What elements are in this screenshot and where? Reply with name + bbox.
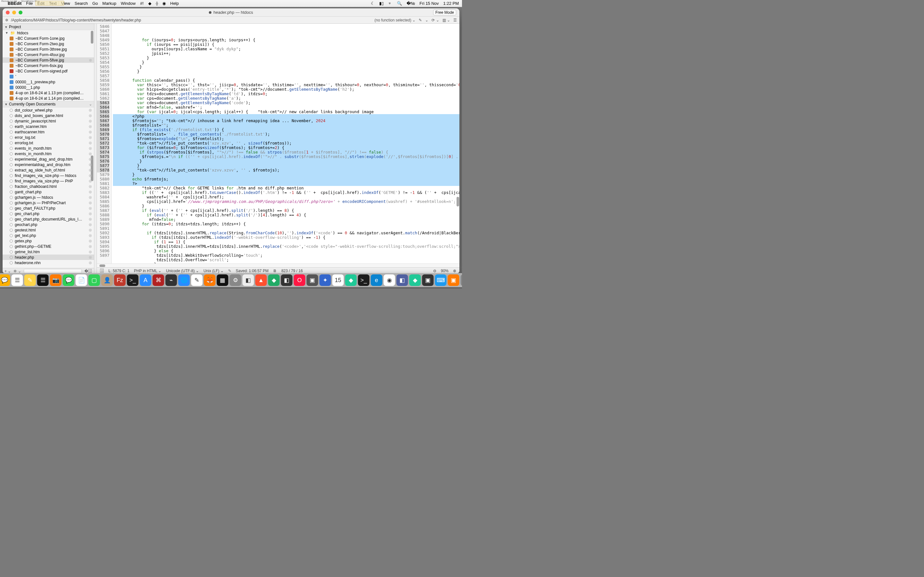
dock-item-xcode[interactable]: ⌨ — [435, 274, 447, 286]
code-line[interactable]: $fromtos=explode("\n", $fromtolist); — [113, 137, 459, 141]
code-line[interactable]: "tok-cmt">// Check for GETME links for .… — [113, 186, 459, 190]
code-line[interactable]: tdzs[itdzs].WebkitOverflowScrolling='tou… — [113, 253, 459, 258]
zoom-level[interactable]: 90% — [441, 269, 449, 273]
open-docs-section-header[interactable]: ▼ Currently Open Documents ⌄ — [3, 101, 94, 107]
dock-item-textedit[interactable]: 📄 — [76, 274, 87, 286]
code-line[interactable]: "tok-cmt">//file_put_contents('xzvv.xzvv… — [113, 168, 459, 172]
disclosure-triangle-icon[interactable]: ▼ — [5, 25, 8, 29]
action-button[interactable]: ✲ ⌄ — [13, 269, 21, 274]
close-icon[interactable]: ⊗ — [89, 58, 92, 63]
close-icon[interactable]: ⊗ — [89, 162, 92, 167]
menu-scripts[interactable]: #! — [140, 1, 144, 6]
dock-item-photobooth[interactable]: 📷 — [50, 274, 61, 286]
code-line[interactable]: mfnd=false; — [113, 218, 459, 222]
code-line[interactable]: for (itdzs=0; itdzs<tdzs.length; itdzs++… — [113, 222, 459, 226]
code-line[interactable]: $fromtojs.="\n if (('' + cps[ijcal].href… — [113, 155, 459, 159]
menu-markup[interactable]: Markup — [102, 1, 116, 6]
code-line[interactable]: "tok-cmt">//file_put_contents('xzv.xzv',… — [113, 141, 459, 145]
line-number[interactable]: 5859 — [97, 83, 110, 87]
dock-item-notes[interactable]: ✎ — [24, 274, 36, 286]
line-number[interactable]: 5891 — [97, 226, 110, 231]
battery-icon[interactable]: ▮▯ — [379, 1, 384, 6]
gear-icon[interactable]: ✲ — [5, 18, 8, 23]
line-number[interactable]: 5847 — [97, 29, 110, 33]
line-number[interactable]: 5889 — [97, 218, 110, 222]
code-line[interactable]: for (iourps=0; iourps<ourps.length; iour… — [113, 38, 459, 42]
code-line[interactable]: washref=('' + cps[ijcal].href); — [113, 195, 459, 199]
stats-label[interactable]: 823 / 79 / 16 — [281, 269, 303, 273]
code-area[interactable]: for (iourps=0; iourps<ourps.length; iour… — [111, 24, 459, 263]
line-number[interactable]: 5873 — [97, 145, 110, 150]
split-icon[interactable]: ▥ ⌄ — [443, 18, 450, 23]
line-number[interactable]: 5890 — [97, 222, 110, 226]
close-icon[interactable]: ⊗ — [89, 255, 92, 259]
open-doc-item[interactable]: events_in_month.htm⊗ — [3, 145, 94, 151]
line-number[interactable]: 5887 — [97, 208, 110, 213]
open-doc-item[interactable]: getme_list.htm⊗ — [3, 249, 94, 255]
line-number[interactable]: 5851 — [97, 47, 110, 51]
dock-item-app27[interactable]: ◧ — [242, 274, 254, 286]
open-doc-item[interactable]: gantt_chart.php⊗ — [3, 189, 94, 195]
dock-item-settings[interactable]: ⚙ — [230, 274, 241, 286]
dock-item-activity[interactable]: ⌁ — [166, 274, 177, 286]
line-number[interactable]: 5852 — [97, 51, 110, 56]
code-line[interactable]: if (tdzs[itdzs].innerHTML.replace(String… — [113, 231, 459, 235]
open-doc-item[interactable]: earth_scanner.htm⊗ — [3, 124, 94, 129]
open-doc-item[interactable]: get_text.php⊗ — [3, 233, 94, 238]
document-icon[interactable]: 🗎 — [273, 269, 277, 273]
code-line[interactable]: var mfnd=false, washref=''; — [113, 105, 459, 110]
zoom-in-button[interactable]: ⊕ — [453, 269, 456, 273]
dock-item-app41[interactable]: ▣ — [422, 274, 434, 286]
open-doc-item[interactable]: headerone.nhn⊗ — [3, 260, 94, 266]
dock-item-vscode[interactable]: ⌘ — [153, 274, 164, 286]
open-doc-item[interactable]: getex.php⊗ — [3, 238, 94, 243]
close-icon[interactable]: ⊗ — [89, 135, 92, 140]
line-number[interactable]: 5896 — [97, 249, 110, 253]
close-icon[interactable]: ⊗ — [89, 244, 92, 249]
open-doc-item[interactable]: errorlog.txt⊗ — [3, 140, 94, 145]
line-number[interactable]: 5897 — [97, 253, 110, 258]
line-number[interactable]: 5853 — [97, 56, 110, 60]
close-icon[interactable]: ⊗ — [89, 179, 92, 183]
line-number[interactable]: 5881 — [97, 181, 110, 186]
close-icon[interactable]: ⊗ — [89, 211, 92, 216]
close-icon[interactable]: ⊗ — [89, 129, 92, 134]
code-line[interactable]: } — [113, 204, 459, 208]
close-icon[interactable]: ⊗ — [89, 227, 92, 232]
code-line[interactable]: var tdzs=document.getElementsByTagName('… — [113, 92, 459, 96]
open-doc-item[interactable]: events_in_month.htm⊗ — [3, 151, 94, 156]
code-line[interactable]: function calendar_pass() { — [113, 78, 459, 83]
close-icon[interactable]: ⊗ — [89, 222, 92, 227]
code-line[interactable]: var cdes=document.getElementsByTagName('… — [113, 101, 459, 105]
line-number[interactable]: 5883 — [97, 190, 110, 195]
project-item[interactable]: ~BC Consent Form-4four.jpg — [3, 52, 94, 57]
line-number[interactable]: 5893 — [97, 235, 110, 240]
code-line[interactable] — [113, 226, 459, 231]
open-doc-item[interactable]: geo_chart.php_documentURL_plus_l…⊗ — [3, 216, 94, 222]
add-button[interactable]: + ⌄ — [5, 269, 11, 274]
line-number[interactable]: 5860 — [97, 87, 110, 92]
dock-item-term[interactable]: >_ — [358, 274, 370, 286]
line-number[interactable]: 5876 — [97, 159, 110, 163]
close-button[interactable] — [6, 11, 10, 15]
code-line[interactable]: } — [113, 60, 459, 65]
project-item[interactable]: 4-up on 18-6-24 at 1.13 pm (compiled… — [3, 90, 94, 95]
code-line[interactable]: tdzs[itdzs].Overflow='scroll'; — [113, 258, 459, 262]
line-number[interactable]: 5850 — [97, 42, 110, 47]
line-number[interactable]: 5870 — [97, 132, 110, 137]
zoom-button[interactable] — [19, 11, 23, 15]
file-path[interactable]: /Applications/MAMP/htdocs/ITblog/wp-cont… — [11, 18, 141, 23]
open-doc-item[interactable]: geotest.html⊗ — [3, 227, 94, 233]
close-icon[interactable]: ⊗ — [89, 200, 92, 205]
code-line[interactable]: tdzs[itdzs].innerHTML=tdzs[itdzs].innerH… — [113, 244, 459, 249]
project-item[interactable]: ~BC Consent Form-5five.jpg⊗ — [3, 57, 94, 63]
code-line[interactable] — [113, 74, 459, 78]
line-number[interactable]: 5882 — [97, 186, 110, 190]
sidebar-toggle-icon[interactable]: ☰ — [453, 18, 457, 23]
dock-item-chat[interactable]: 💬 — [0, 274, 10, 286]
dock-item-app30[interactable]: ◧ — [281, 274, 292, 286]
close-icon[interactable]: ⊗ — [89, 113, 92, 118]
dock-item-app40[interactable]: ◆ — [409, 274, 421, 286]
wifi-icon[interactable]: ᯤ — [388, 1, 393, 6]
code-line[interactable]: } else { — [113, 249, 459, 253]
